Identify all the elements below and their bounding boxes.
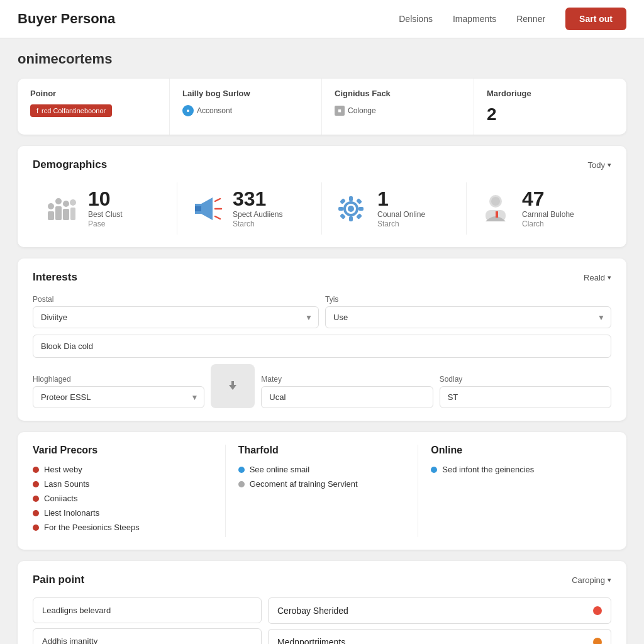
square-icon: ■ bbox=[335, 106, 345, 116]
sodlay-input[interactable] bbox=[440, 386, 611, 408]
interests-bottom-row: Hioghlaged Proteor ESSL ▼ bbox=[33, 364, 611, 408]
svg-point-6 bbox=[70, 199, 76, 206]
top-info-card: Poinor f rcd Colfantineboonor Lailly bog… bbox=[18, 79, 626, 135]
interests-top-row: Postal Diviitye ▼ Tyis Use ▼ bbox=[33, 295, 611, 328]
demo-label1-1: Best Clust bbox=[88, 210, 123, 219]
pain-row-2: Mednportriiments bbox=[268, 629, 611, 644]
top-info-cignidus: Cignidus Fack ■ Colonge bbox=[322, 79, 474, 135]
demo-cell-counal: 1 Counal Online Starch bbox=[322, 182, 467, 235]
bullet-red-icon bbox=[33, 510, 39, 516]
list-item: Lasn Sounts bbox=[33, 479, 213, 489]
nav-link-imapments[interactable]: Imapments bbox=[453, 14, 496, 24]
tag-f-icon: f bbox=[36, 107, 38, 114]
demo-label1-3: Counal Online bbox=[377, 210, 425, 219]
dropdown-hioghlaged: Hioghlaged Proteor ESSL ▼ bbox=[33, 375, 204, 408]
chevron-down-icon-2: ▾ bbox=[608, 274, 611, 282]
list-item: Sed infont the geinencies bbox=[431, 465, 611, 474]
svg-rect-16 bbox=[349, 216, 353, 221]
demographics-grid: 10 Best Clust Pase 331 bbox=[33, 182, 611, 235]
svg-rect-21 bbox=[340, 213, 346, 219]
pain-left-col bbox=[33, 597, 262, 644]
varid-grid: Varid Precors Hest weby Lasn Sounts Coni… bbox=[33, 445, 611, 537]
svg-rect-19 bbox=[340, 198, 346, 204]
cerobay-text: Cerobay Sherided bbox=[277, 606, 348, 616]
pain-point-title: Pain point bbox=[33, 574, 84, 586]
cignidus-tag: ■ Colonge bbox=[335, 106, 376, 116]
tyis-dropdown-wrapper: Use ▼ bbox=[325, 306, 611, 328]
postal-label: Postal bbox=[33, 295, 319, 304]
chevron-down-icon: ▾ bbox=[608, 161, 611, 169]
svg-rect-15 bbox=[349, 196, 353, 201]
list-item: Gecoment af training Servient bbox=[238, 479, 406, 489]
blook-dia-cold-input[interactable] bbox=[33, 335, 611, 358]
interests-action[interactable]: Reald ▾ bbox=[584, 273, 611, 282]
leadligns-input[interactable] bbox=[33, 597, 262, 623]
top-info-row: Poinor f rcd Colfantineboonor Lailly bog… bbox=[18, 79, 626, 135]
matey-label: Matey bbox=[261, 375, 433, 384]
surlow-tag-text: Acconsont bbox=[197, 106, 232, 115]
download-button[interactable] bbox=[211, 364, 255, 408]
cignidus-tag-text: Colonge bbox=[348, 106, 376, 115]
demo-label2-1: Pase bbox=[88, 219, 123, 228]
svg-rect-1 bbox=[55, 206, 62, 220]
svg-point-25 bbox=[491, 197, 500, 206]
gear-icon bbox=[332, 190, 370, 228]
interests-title: Interests bbox=[33, 271, 77, 284]
top-info-surlow: Lailly bog Surlow ● Acconsont bbox=[170, 79, 322, 135]
matey-input[interactable] bbox=[261, 386, 433, 408]
postal-select[interactable]: Diviitye bbox=[33, 306, 319, 328]
bullet-red-icon bbox=[33, 496, 39, 502]
mardoriuge-number: 2 bbox=[487, 104, 614, 125]
tyis-label: Tyis bbox=[325, 295, 611, 304]
download-arrow-icon bbox=[224, 377, 242, 395]
tharfold-title: Tharfold bbox=[238, 445, 406, 456]
nav-link-delsions[interactable]: Delsions bbox=[399, 14, 433, 24]
poinor-tag-text: rcd Colfantineboonor bbox=[42, 107, 106, 114]
hioghlaged-select[interactable]: Proteor ESSL bbox=[33, 386, 204, 408]
demo-cell-2-text: 331 Spect Audiiens Starch bbox=[233, 189, 282, 228]
tyis-select[interactable]: Use bbox=[325, 306, 611, 328]
bullet-red-icon bbox=[33, 525, 39, 531]
top-info-mardoriuge: Mardoriuge 2 bbox=[474, 79, 626, 135]
svg-rect-2 bbox=[63, 209, 69, 220]
matey-field-wrapper: Matey bbox=[261, 375, 433, 408]
svg-rect-20 bbox=[356, 198, 362, 204]
demographics-action[interactable]: Tody ▾ bbox=[588, 160, 611, 170]
sodlay-field-wrapper: Sodlay bbox=[440, 375, 611, 408]
sodlay-label: Sodlay bbox=[440, 375, 611, 384]
svg-line-12 bbox=[215, 216, 220, 219]
surlow-tag: ● Acconsont bbox=[182, 105, 232, 116]
svg-line-10 bbox=[215, 199, 220, 201]
nav-link-renner[interactable]: Renner bbox=[516, 14, 545, 24]
demo-label2-3: Starch bbox=[377, 219, 425, 228]
signout-button[interactable]: Sart out bbox=[565, 8, 626, 30]
interests-text-field-row bbox=[33, 335, 611, 358]
header: Buyer Persona Delsions Imapments Renner … bbox=[0, 0, 644, 38]
pain-right-col: Cerobay Sherided Mednportriiments bbox=[268, 597, 611, 644]
pain-point-action[interactable]: Caroping ▾ bbox=[572, 575, 611, 585]
person-dot-icon: ● bbox=[182, 105, 194, 116]
svg-rect-9 bbox=[195, 206, 201, 211]
status-orange-icon bbox=[593, 638, 602, 644]
demographics-header: Demographics Tody ▾ bbox=[33, 158, 611, 171]
list-item: For the Peesionics Steeps bbox=[33, 523, 213, 532]
dropdown-tyis: Tyis Use ▼ bbox=[325, 295, 611, 328]
svg-rect-29 bbox=[231, 381, 234, 385]
chevron-down-icon-3: ▾ bbox=[608, 576, 611, 584]
demo-cell-3-text: 1 Counal Online Starch bbox=[377, 189, 425, 228]
postal-dropdown-wrapper: Diviitye ▼ bbox=[33, 306, 319, 328]
pain-row-1: Cerobay Sherided bbox=[268, 597, 611, 624]
addhis-input[interactable] bbox=[33, 628, 262, 644]
svg-rect-0 bbox=[48, 211, 54, 220]
tharfold-list: See online smail Gecoment af training Se… bbox=[238, 465, 406, 489]
status-red-icon bbox=[593, 606, 602, 615]
list-item: Coniiacts bbox=[33, 494, 213, 503]
svg-point-5 bbox=[63, 201, 69, 207]
download-button-wrapper bbox=[211, 364, 255, 408]
demo-cell-4-text: 47 Carnnal Bulohe Clarch bbox=[522, 189, 574, 228]
svg-point-14 bbox=[348, 206, 354, 212]
demo-cell-audiiens: 331 Spect Audiiens Starch bbox=[177, 182, 322, 235]
bullet-blue-icon bbox=[238, 467, 245, 473]
mednport-text: Mednportriiments bbox=[277, 637, 345, 644]
varid-card: Varid Precors Hest weby Lasn Sounts Coni… bbox=[18, 432, 626, 550]
